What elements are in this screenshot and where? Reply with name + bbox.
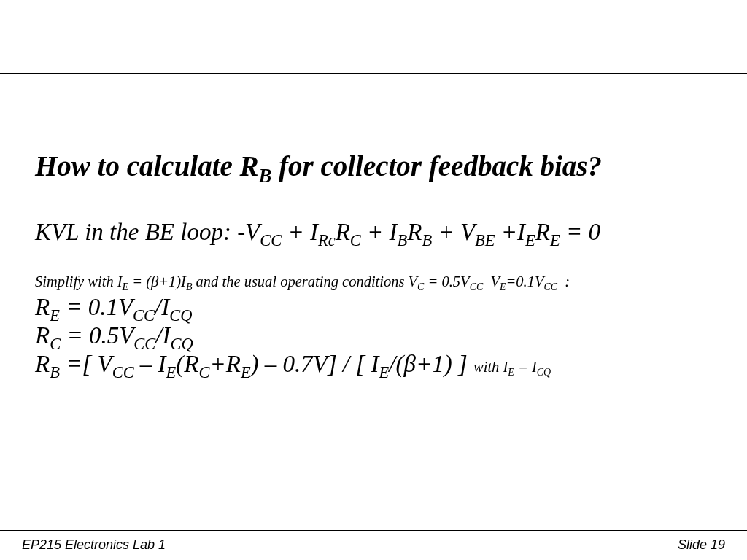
equation-rc: RC = 0.5VCC/ICQ — [35, 322, 718, 350]
footer-course: EP215 Electronics Lab 1 — [22, 537, 166, 553]
kvl-equation: KVL in the BE loop: -VCC + IRcRC + IBRB … — [35, 217, 718, 247]
slide-title: How to calculate RB for collector feedba… — [35, 149, 718, 184]
footer: EP215 Electronics Lab 1 Slide 19 — [22, 537, 725, 553]
simplify-note: Simplify with IE = (β+1)IB and the usual… — [35, 272, 718, 292]
footer-slide-number: Slide 19 — [678, 537, 725, 553]
equation-rb: RB =[ VCC – IE(RC+RE) – 0.7V] / [ IE/(β+… — [35, 350, 718, 378]
slide-content: How to calculate RB for collector feedba… — [35, 149, 718, 378]
top-rule — [0, 73, 747, 74]
equation-re: RE = 0.1VCC/ICQ — [35, 293, 718, 322]
bottom-rule — [0, 530, 747, 531]
slide: How to calculate RB for collector feedba… — [0, 0, 747, 560]
